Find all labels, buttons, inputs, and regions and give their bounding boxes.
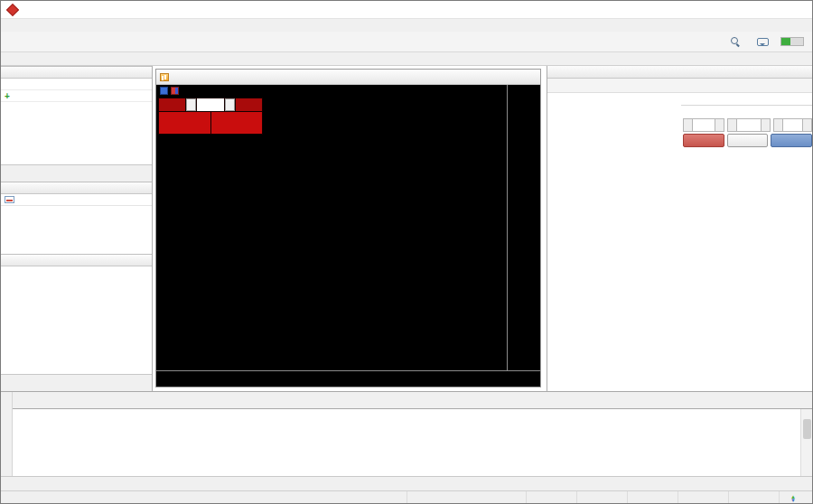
data-window-panel xyxy=(1,182,152,254)
chart-window-icon xyxy=(160,73,169,81)
scrollbar-thumb[interactable] xyxy=(803,419,811,439)
dom-toolbar xyxy=(547,79,813,93)
navigator-panel xyxy=(1,254,152,391)
depth-of-market-panel xyxy=(547,66,813,391)
toolbar xyxy=(1,32,812,52)
price-axis xyxy=(507,85,540,370)
status-profile[interactable] xyxy=(407,491,527,504)
volume-down-button[interactable] xyxy=(186,98,196,111)
left-panel-column: + xyxy=(1,66,153,391)
navigator-tree xyxy=(1,266,152,374)
chart-window-titlebar[interactable] xyxy=(156,70,540,85)
dom-sell-button[interactable] xyxy=(683,134,724,147)
market-watch-header-row xyxy=(1,79,152,90)
data-window-symbol-row xyxy=(1,194,152,206)
oneclick-toggle-icon[interactable] xyxy=(160,87,168,95)
sl-down-button[interactable] xyxy=(683,118,693,132)
search-button[interactable] xyxy=(725,33,744,51)
toolbox-side-strip xyxy=(1,392,13,476)
lot-up-button[interactable] xyxy=(761,118,771,132)
status-help xyxy=(1,491,407,504)
close-button[interactable] xyxy=(780,2,807,18)
dom-order-controls xyxy=(683,118,813,132)
mdi-area xyxy=(153,66,547,391)
app-logo-icon xyxy=(6,3,19,15)
chart-symbol-overlay xyxy=(160,87,182,95)
tp-input[interactable] xyxy=(783,118,802,132)
sl-input[interactable] xyxy=(693,118,715,132)
lot-input[interactable] xyxy=(737,118,761,132)
traffic-icon: ▲▼ xyxy=(790,495,796,502)
chart-thumbnail-icon xyxy=(5,196,14,203)
chart-area[interactable] xyxy=(156,85,540,387)
lot-down-button[interactable] xyxy=(727,118,737,132)
status-bar: ▲▼ xyxy=(1,490,812,504)
market-watch-tabs xyxy=(1,164,152,182)
volume-up-button[interactable] xyxy=(225,98,235,111)
market-watch-add-row[interactable]: + xyxy=(1,90,152,102)
toolbox-tab-strip xyxy=(1,476,812,490)
title-bar xyxy=(1,1,812,19)
signals-scrollbar[interactable] xyxy=(800,409,812,476)
dom-buy-button[interactable] xyxy=(771,134,812,147)
signals-tabs xyxy=(13,392,812,408)
dom-col-trade xyxy=(764,93,813,105)
tp-down-button[interactable] xyxy=(773,118,783,132)
search-icon xyxy=(731,37,740,46)
sell-button[interactable] xyxy=(159,98,185,111)
add-symbol-icon: + xyxy=(5,90,10,102)
volume-input[interactable] xyxy=(197,98,224,111)
sl-up-button[interactable] xyxy=(715,118,724,132)
dom-close-button[interactable] xyxy=(727,134,769,147)
dom-spread-chart xyxy=(547,106,681,341)
chat-icon xyxy=(757,38,769,46)
navigator-tabs xyxy=(1,374,152,391)
menu-bar xyxy=(1,19,812,32)
connection-indicator-icon xyxy=(780,37,804,46)
sell-price-button[interactable] xyxy=(159,112,210,134)
dom-buttons xyxy=(683,134,813,147)
market-watch-panel: + xyxy=(1,66,152,182)
buy-price-button[interactable] xyxy=(211,112,263,134)
time-axis xyxy=(156,370,540,387)
chart-window xyxy=(155,69,541,387)
one-click-trading-panel xyxy=(158,98,263,135)
symbol-flag-icon xyxy=(171,87,179,95)
timeframe-bar xyxy=(1,52,812,66)
toolbox-panel xyxy=(1,391,812,476)
dom-col-price xyxy=(681,93,752,105)
mt5-window: + xyxy=(0,0,813,504)
minimize-button[interactable] xyxy=(725,2,752,18)
dom-column-header xyxy=(681,93,813,106)
buy-button[interactable] xyxy=(236,98,262,111)
maximize-button[interactable] xyxy=(752,2,780,18)
community-chat-button[interactable] xyxy=(753,33,772,51)
tp-up-button[interactable] xyxy=(802,118,812,132)
signals-list xyxy=(13,408,812,476)
